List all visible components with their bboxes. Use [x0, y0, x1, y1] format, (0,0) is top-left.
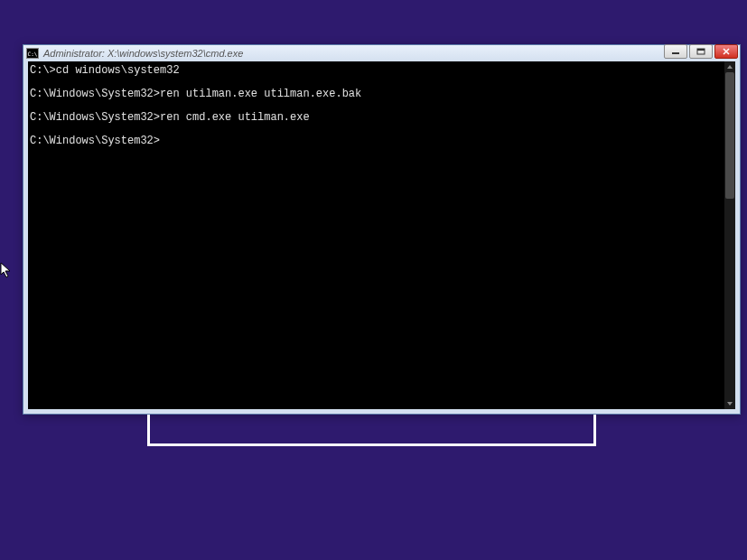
terminal-line: C:\Windows\System32>ren cmd.exe utilman.…	[30, 112, 733, 124]
background-dialog-border	[147, 415, 596, 446]
terminal-content: C:\>cd windows\system32C:\Windows\System…	[30, 65, 733, 147]
cmd-window: C:\ Administrator: X:\windows\system32\c…	[23, 44, 741, 415]
close-icon	[722, 48, 731, 55]
scroll-thumb[interactable]	[725, 72, 734, 199]
scrollbar[interactable]	[724, 61, 735, 409]
minimize-icon	[671, 48, 680, 55]
terminal-area[interactable]: C:\>cd windows\system32C:\Windows\System…	[28, 61, 735, 409]
window-controls	[664, 44, 738, 59]
mouse-cursor	[0, 262, 13, 284]
chevron-down-icon	[726, 401, 733, 406]
chevron-up-icon	[726, 64, 733, 70]
window-title: Administrator: X:\windows\system32\cmd.e…	[43, 48, 737, 59]
scroll-up-button[interactable]	[724, 61, 735, 72]
minimize-button[interactable]	[664, 44, 687, 59]
terminal-line: C:\Windows\System32>ren utilman.exe util…	[30, 89, 733, 100]
terminal-line: C:\Windows\System32>	[30, 135, 733, 147]
terminal-line: C:\>cd windows\system32	[30, 65, 733, 77]
scroll-down-button[interactable]	[724, 398, 735, 409]
maximize-icon	[696, 48, 705, 55]
svg-rect-0	[672, 52, 679, 54]
cmd-icon: C:\	[26, 48, 39, 59]
svg-rect-2	[697, 49, 705, 51]
titlebar[interactable]: C:\ Administrator: X:\windows\system32\c…	[23, 45, 740, 61]
maximize-button[interactable]	[689, 44, 713, 59]
close-button[interactable]	[714, 44, 738, 59]
